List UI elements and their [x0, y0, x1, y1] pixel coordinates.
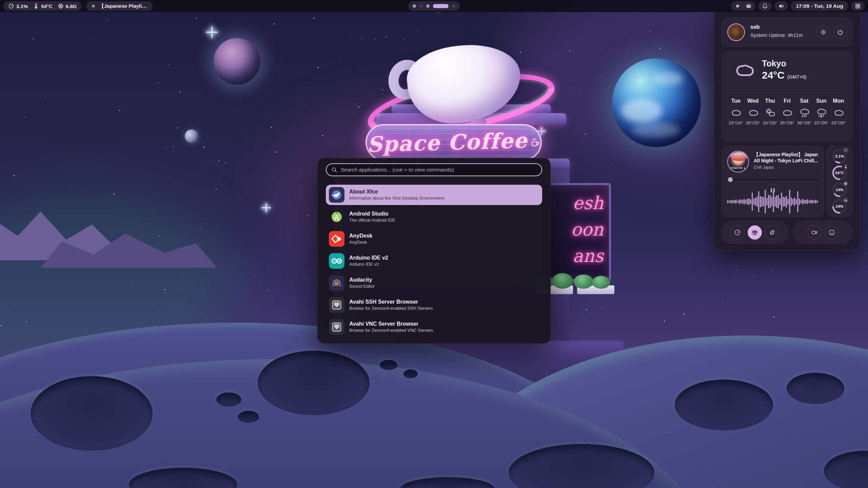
user-card: seb System Uptime: 4h11m [722, 18, 853, 47]
weather-city: Tokyo [762, 59, 786, 68]
pause-icon [91, 3, 96, 9]
now-playing-pill[interactable]: 【Japanese Playlist】 J... [86, 1, 153, 11]
clock[interactable]: 17:09 - Tue, 19 Aug [791, 1, 848, 11]
workspace-dot-1[interactable] [413, 4, 416, 8]
audacity-icon [329, 275, 344, 291]
neon-sign-text: Space Coffee [367, 128, 528, 157]
power-icon [837, 29, 844, 36]
track-title: 【Japanese Playlist】 Japan All Night - To… [754, 151, 820, 164]
bell-icon [762, 3, 768, 9]
wallpaper-button[interactable] [825, 225, 839, 240]
app-text: Avahi VNC Server Browser Browse for Zero… [349, 321, 433, 333]
grid-icon [855, 3, 861, 9]
balanced-mode-button[interactable] [748, 225, 762, 240]
network-jack-icon [329, 297, 344, 313]
forecast-row: Tue 33°/24° Wed 35°/25° Thu 33°/26° Fri … [727, 98, 847, 137]
android-studio-icon [329, 209, 344, 225]
crater [380, 360, 397, 370]
volume-pill[interactable] [774, 1, 788, 11]
overview-pill[interactable] [851, 1, 865, 11]
gear-icon [820, 29, 827, 36]
cloud-icon [747, 107, 759, 118]
workspace-dot-3[interactable] [426, 4, 430, 8]
bush [552, 273, 573, 289]
storm-cloud-icon [815, 107, 827, 118]
thermometer-icon [33, 3, 39, 9]
workspace-dot-2[interactable] [419, 4, 423, 8]
powersave-mode-button[interactable] [765, 225, 779, 240]
neon-sign: Space Coffee [366, 124, 542, 161]
chip-icon [842, 180, 849, 187]
seek-knob[interactable] [728, 177, 733, 182]
mode-button-group [722, 221, 788, 244]
speedometer-icon [842, 147, 849, 154]
top-bar: 3.1% 54°C 6.8G 【Japanese Playlist】 J... [0, 0, 868, 12]
seek-slider[interactable] [727, 177, 818, 182]
crater [216, 392, 241, 407]
anydesk-icon [329, 231, 344, 247]
app-text: About Xfce Information about the Xfce De… [349, 188, 444, 201]
bush [592, 276, 610, 289]
crater [238, 411, 259, 423]
system-gauges-card: 3.1% 54°C 14% 24% [826, 146, 853, 217]
app-list: About Xfce Information about the Xfce De… [326, 185, 542, 339]
app-text: Avahi SSH Server Browser Browse for Zero… [349, 299, 433, 311]
app-item-avahi-ssh[interactable]: Avahi SSH Server Browser Browse for Zero… [326, 295, 542, 315]
video-icon [811, 229, 818, 236]
forecast-day: Wed 35°/25° [744, 98, 761, 137]
screen-record-button[interactable] [807, 225, 822, 240]
app-item-audacity[interactable]: Audacity Sound Editor [326, 273, 542, 293]
capture-button-group [793, 221, 853, 244]
gauge-memory: 14% [831, 182, 848, 198]
app-item-avahi-vnc[interactable]: Avahi VNC Server Browser Browse for Zero… [326, 317, 542, 337]
workspace-indicator [408, 1, 460, 11]
forecast-day: Thu 33°/26° [762, 98, 778, 137]
widget-panel: seb System Uptime: 4h11m Tokyo 24°C (GMT… [714, 10, 861, 251]
bush [574, 274, 593, 289]
image-icon[interactable] [746, 3, 752, 9]
app-text: AnyDesk AnyDesk [349, 232, 372, 245]
search-icon [331, 167, 337, 173]
scales-icon [751, 229, 758, 236]
cloud-icon [730, 107, 742, 118]
app-item-anydesk[interactable]: AnyDesk AnyDesk [326, 229, 542, 249]
divider [729, 93, 846, 93]
workspace-dot-5[interactable] [452, 4, 455, 8]
cat-icon[interactable] [735, 3, 741, 9]
cloud-icon [731, 60, 757, 80]
settings-button[interactable] [816, 25, 830, 39]
system-stats-pill[interactable]: 3.1% 54°C 6.8G [3, 1, 81, 11]
forecast-day: Tue 33°/24° [727, 98, 744, 137]
power-button[interactable] [833, 25, 847, 39]
speedometer-icon [8, 3, 14, 9]
music-player-card: TOKYO L 【Japanese Playlist】 Japan All Ni… [722, 146, 824, 217]
avatar [727, 23, 745, 41]
app-item-about-xfce[interactable]: About Xfce Information about the Xfce De… [326, 185, 542, 205]
cpu-stat: 3.1% [8, 3, 28, 9]
chip-icon [58, 3, 64, 9]
audio-visualizer [727, 189, 818, 214]
search-box [326, 163, 542, 176]
weather-timezone: (GMT+9) [787, 74, 806, 80]
speaker-icon [778, 3, 784, 9]
weather-temp: 24°C [762, 69, 785, 81]
album-art: TOKYO L [727, 151, 749, 172]
notifications-pill[interactable] [758, 1, 772, 11]
app-item-android-studio[interactable]: Android Studio The official Android IDE [326, 207, 542, 227]
now-playing-text: 【Japanese Playlist】 J... [99, 3, 148, 9]
performance-mode-button[interactable] [730, 225, 745, 240]
crater [31, 376, 153, 451]
cloud-icon [832, 107, 845, 118]
cloud-icon [781, 107, 793, 118]
app-item-arduino[interactable]: Arduino IDE v2 Arduino IDE v2 [326, 251, 542, 271]
clock-text: 17:09 - Tue, 19 Aug [796, 3, 843, 9]
gauge-temp: 54°C [831, 165, 848, 181]
user-name: seb [750, 24, 760, 30]
system-uptime: System Uptime: 4h11m [750, 32, 803, 38]
workspace-dot-4[interactable] [433, 4, 449, 8]
bright-star [261, 203, 271, 212]
weather-card: Tokyo 24°C (GMT+9) Tue 33°/24° Wed 35°/2… [722, 51, 853, 142]
small-moon [185, 129, 198, 143]
memory-stat: 6.8G [58, 3, 77, 9]
search-input[interactable] [341, 167, 537, 173]
